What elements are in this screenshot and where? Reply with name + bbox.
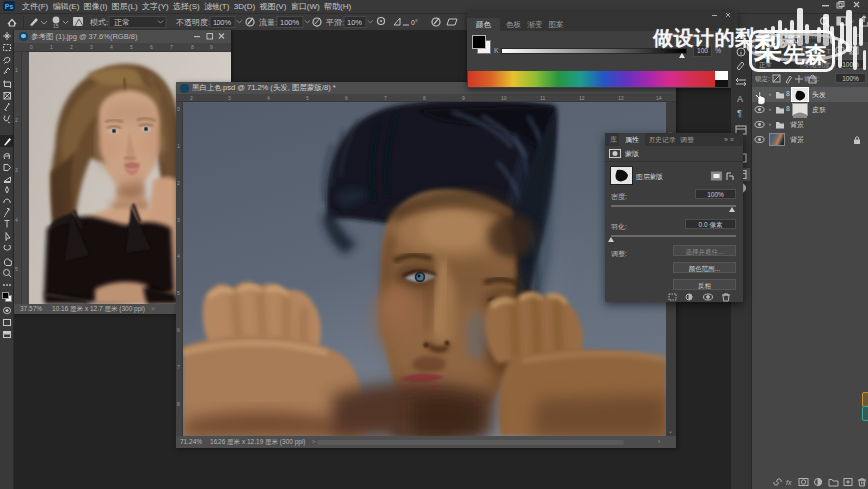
svg-text:流量:: 流量:: [259, 18, 277, 27]
svg-text:10%: 10%: [347, 18, 362, 27]
svg-text:100%: 100%: [213, 18, 232, 27]
svg-text:A: A: [737, 94, 743, 104]
svg-text:正常: 正常: [114, 18, 130, 27]
svg-text:0°: 0°: [411, 19, 418, 26]
svg-text:不透明度:: 不透明度:: [176, 18, 210, 27]
svg-text:平滑:: 平滑:: [326, 18, 344, 27]
svg-text:100%: 100%: [280, 18, 300, 27]
svg-text:fx: fx: [786, 479, 792, 486]
svg-text:模式:: 模式:: [90, 18, 108, 27]
svg-text:¶: ¶: [737, 108, 742, 118]
svg-text:15: 15: [53, 23, 59, 29]
